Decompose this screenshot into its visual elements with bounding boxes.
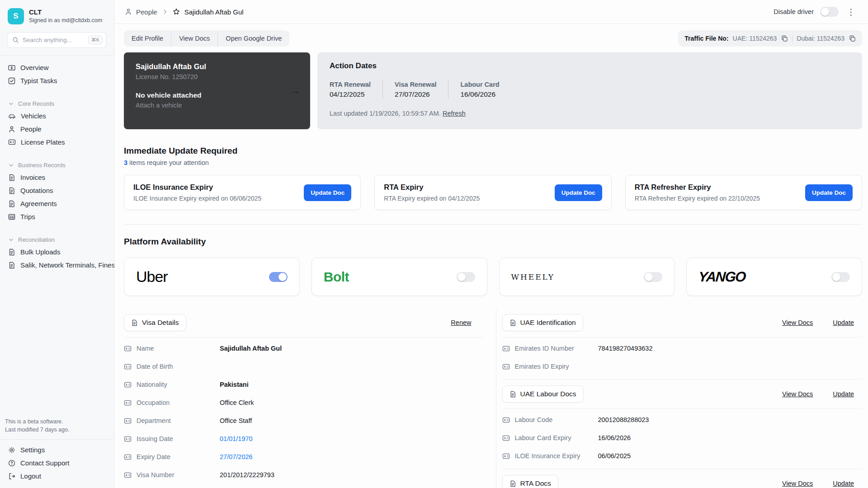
sidebar-item-people[interactable]: People [0, 122, 114, 136]
id-card-icon [502, 453, 510, 460]
uae-labour-docs-header-pill[interactable]: UAE Labour Docs [502, 385, 584, 403]
section-reconciliation[interactable]: Reconciliation [0, 233, 114, 245]
platform-availability-section: Platform Availability Uber Bolt WHEELY [124, 237, 862, 296]
refresh-link[interactable]: Refresh [443, 110, 466, 117]
org-logo: S [8, 8, 24, 24]
view-docs-link[interactable]: View Docs [782, 480, 813, 487]
sidebar-item-contact-support[interactable]: Contact Support [0, 456, 114, 469]
chevron-right-icon [162, 9, 168, 15]
platform-card-uber: Uber [124, 258, 300, 296]
bolt-logo: Bolt [324, 269, 349, 285]
sidebar-item-overview[interactable]: Overview [0, 61, 114, 74]
sidebar-footer: This is a beta software. Last modified 7… [0, 418, 114, 483]
view-docs-button[interactable]: View Docs [171, 30, 217, 47]
sidebar: S CLT Signed in as md@cltdxb.com Search … [0, 0, 114, 488]
help-icon [8, 460, 15, 467]
breadcrumb-people[interactable]: People [125, 8, 157, 16]
section-core-records[interactable]: Core Records [0, 97, 114, 109]
renew-link[interactable]: Renew [451, 319, 484, 326]
attach-vehicle-link[interactable]: Attach a vehicle [136, 102, 298, 109]
visa-row-branch: Branch Classic Luxury Passenger Transpor… [124, 484, 484, 488]
sidebar-item-agreements[interactable]: Agreements [0, 197, 114, 210]
document-icon [509, 391, 516, 398]
kebab-menu-icon[interactable]: ⋮ [845, 7, 857, 17]
visa-details-header-pill[interactable]: Visa Details [124, 314, 186, 331]
driver-summary-card[interactable]: Sajidullah Aftab Gul License No. 1250720… [124, 52, 310, 129]
sidebar-item-bulk-uploads[interactable]: Bulk Uploads [0, 245, 114, 258]
sidebar-item-typist-tasks[interactable]: Typist Tasks [0, 74, 114, 87]
immediate-update-subtitle: 3 items require your attention [124, 159, 862, 166]
sidebar-item-quotations[interactable]: Quotations [0, 184, 114, 197]
open-google-drive-button[interactable]: Open Google Drive [217, 30, 289, 47]
update-doc-button[interactable]: Update Doc [805, 184, 853, 201]
platform-card-wheely: WHEELY [499, 258, 675, 296]
id-card-icon [502, 363, 510, 370]
id-card-icon [124, 454, 132, 460]
copy-icon[interactable] [849, 35, 856, 42]
update-link[interactable]: Update [833, 319, 854, 326]
view-docs-link[interactable]: View Docs [782, 319, 813, 326]
yango-toggle[interactable] [831, 272, 850, 282]
disable-driver-label: Disable driver [774, 8, 814, 15]
document-icon [8, 262, 15, 269]
sidebar-item-settings[interactable]: Settings [0, 443, 114, 456]
update-link[interactable]: Update [833, 480, 854, 487]
edit-profile-button[interactable]: Edit Profile [124, 30, 171, 47]
id-card-icon [124, 436, 132, 442]
sidebar-item-logout[interactable]: Logout [0, 469, 114, 483]
rta-docs-header-pill[interactable]: RTA Docs [502, 475, 558, 488]
sidebar-item-salik-terminals-fines[interactable]: Salik, Network Terminals, Fines [0, 258, 114, 272]
bolt-toggle[interactable] [457, 272, 475, 282]
view-docs-link[interactable]: View Docs [782, 390, 813, 398]
docs-panel: UAE Identification View Docs Update Emir… [496, 308, 863, 488]
traffic-file-uae: UAE: 11524263 [733, 35, 777, 42]
search-input[interactable]: Search anything... ⌘K [7, 32, 107, 48]
update-doc-button[interactable]: Update Doc [555, 184, 602, 201]
id-card-icon [502, 345, 510, 352]
uae-identification-section: UAE Identification View Docs Update Emir… [502, 308, 863, 380]
visa-row-occupation: Occupation Office Clerk [124, 394, 484, 412]
immediate-update-title: Immediate Update Required [124, 146, 862, 156]
org-switcher[interactable]: S CLT Signed in as md@cltdxb.com [0, 8, 114, 24]
update-doc-button[interactable]: Update Doc [304, 184, 351, 201]
disable-driver-toggle[interactable] [820, 7, 839, 17]
platform-availability-title: Platform Availability [124, 237, 862, 247]
topbar: People Sajidullah Aftab Gul Disable driv… [114, 0, 868, 24]
sidebar-divider [0, 439, 114, 440]
section-business-records[interactable]: Business Records [0, 159, 114, 171]
traffic-file-box: Traffic File No: UAE: 11524263 Dubai: 11… [678, 30, 862, 47]
org-logo-letter: S [13, 12, 18, 21]
action-dates-title: Action Dates [330, 61, 850, 70]
visa-details-panel: Visa Details Renew Name Sajidullah Aftab… [124, 308, 496, 488]
document-icon [509, 319, 516, 326]
expiry-date-link[interactable]: 27/07/2026 [220, 453, 253, 460]
table-icon [8, 213, 15, 221]
alert-card-iloe-insurance: ILOE Insurance Expiry ILOE Insurance Exp… [124, 175, 361, 210]
action-date-rta-renewal: RTA Renewal 04/12/2025 [330, 81, 382, 99]
sidebar-item-vehicles[interactable]: Vehicles [0, 109, 114, 122]
sidebar-item-trips[interactable]: Trips [0, 210, 114, 223]
app-root: S CLT Signed in as md@cltdxb.com Search … [0, 0, 868, 488]
sidebar-nav: Overview Typist Tasks Core Records Vehic… [0, 59, 114, 273]
arrow-right-icon[interactable]: → [291, 85, 300, 96]
uber-toggle[interactable] [269, 272, 288, 282]
copy-icon[interactable] [781, 35, 788, 42]
id-card-icon [502, 435, 510, 441]
wheely-toggle[interactable] [644, 272, 662, 282]
last-updated-text: Last updated 1/19/2026, 10:59:57 AM. Ref… [330, 110, 850, 117]
row-emirates-id-number: Emirates ID Number 784198270493632 [502, 339, 863, 357]
document-icon [509, 480, 516, 487]
rta-docs-section: RTA Docs View Docs Update Traffic File N… [502, 469, 863, 488]
sidebar-item-license-plates[interactable]: License Plates [0, 136, 114, 149]
alert-card-rta-refresher: RTA Refresher Expiry RTA Refresher Expir… [625, 175, 862, 210]
signed-in-as: Signed in as md@cltdxb.com [29, 17, 102, 23]
search-placeholder: Search anything... [23, 37, 85, 43]
search-icon [12, 37, 19, 43]
star-icon[interactable] [173, 8, 180, 15]
breadcrumb-current: Sajidullah Aftab Gul [184, 8, 244, 16]
row-labour-card-expiry: Labour Card Expiry 16/06/2026 [502, 429, 863, 447]
sidebar-item-invoices[interactable]: Invoices [0, 171, 114, 184]
update-link[interactable]: Update [833, 390, 854, 398]
issuing-date-link[interactable]: 01/01/1970 [220, 435, 253, 442]
uae-identification-header-pill[interactable]: UAE Identification [502, 314, 583, 331]
